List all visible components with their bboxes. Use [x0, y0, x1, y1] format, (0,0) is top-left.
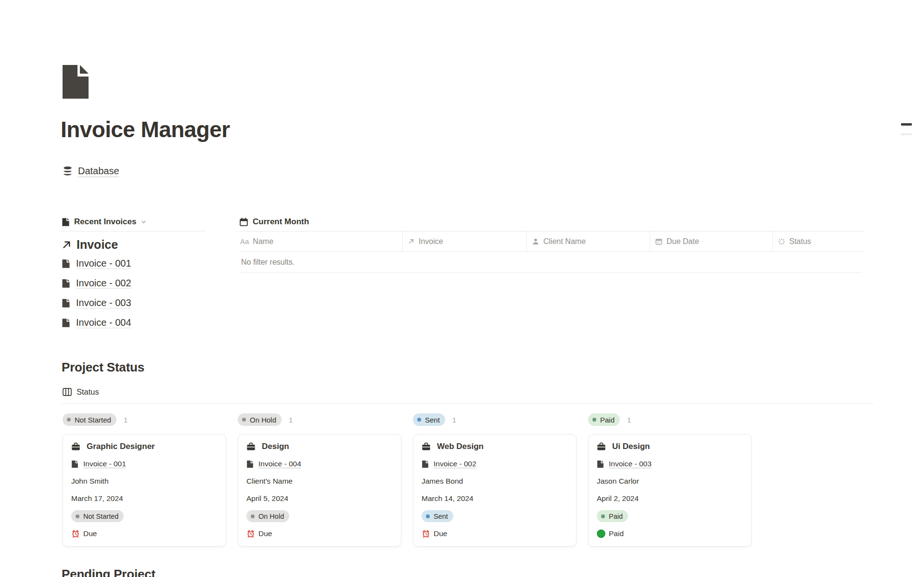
alarm-clock-icon — [422, 529, 430, 538]
divider — [62, 403, 873, 404]
board-column-header[interactable]: On Hold 1 — [238, 413, 401, 426]
project-card[interactable]: Design Invoice - 004 Client's Name April… — [238, 434, 401, 547]
board-column-header[interactable]: Not Started 1 — [63, 413, 226, 426]
column-header-invoice[interactable]: Invoice — [402, 231, 526, 251]
card-title: Ui Design — [612, 442, 650, 451]
page-icon — [71, 460, 78, 468]
briefcase-icon — [422, 442, 431, 451]
calendar-icon — [655, 238, 663, 245]
board-column-paid: Paid 1 Ui Design Invoice - 003 — [588, 413, 752, 547]
column-label: Name — [253, 237, 273, 246]
card-status-row: On Hold — [246, 510, 393, 523]
page-icon — [422, 460, 429, 468]
status-pill[interactable]: Sent — [413, 413, 445, 426]
invoice-list-item[interactable]: Invoice - 001 — [62, 254, 206, 273]
board-column-header[interactable]: Sent 1 — [413, 413, 577, 426]
card-invoice-row[interactable]: Invoice - 001 — [71, 459, 218, 469]
card-client-name: Client's Name — [246, 477, 393, 486]
scroll-indicator — [900, 133, 912, 135]
arrow-north-east-icon — [408, 238, 415, 245]
project-card[interactable]: Graphic Designer Invoice - 001 John Smit… — [63, 434, 226, 547]
status-pill-label: Not Started — [75, 416, 111, 424]
column-label: Due Date — [667, 237, 699, 246]
card-footer-row: Due — [246, 529, 393, 539]
board-column-not-started: Not Started 1 Graphic Designer I — [63, 413, 226, 547]
page-title: Invoice Manager — [61, 116, 230, 142]
status-pill: On Hold — [246, 510, 289, 522]
card-title-row: Web Design — [422, 441, 568, 452]
status-pill: Not Started — [71, 510, 124, 522]
invoice-link-label[interactable]: Invoice - 002 — [76, 278, 131, 289]
invoice-list-item[interactable]: Invoice - 003 — [62, 293, 206, 313]
invoice-link-label[interactable]: Invoice - 004 — [76, 317, 131, 328]
card-title: Graphic Designer — [87, 442, 155, 451]
current-month-view-tab[interactable]: Current Month — [239, 214, 864, 230]
chevron-down-icon[interactable] — [141, 219, 147, 225]
card-invoice-row[interactable]: Invoice - 004 — [246, 459, 393, 469]
status-pill[interactable]: Not Started — [63, 413, 116, 426]
card-invoice-link[interactable]: Invoice - 003 — [609, 460, 652, 468]
status-board-view-tab[interactable]: Status — [63, 384, 99, 399]
database-link-label[interactable]: Database — [78, 166, 119, 177]
page-icon — [246, 460, 254, 468]
card-title: Web Design — [437, 442, 484, 451]
column-header-name[interactable]: Aa Name — [239, 231, 402, 251]
status-dot-icon — [601, 514, 605, 518]
collapse-handle[interactable] — [901, 123, 912, 126]
card-invoice-row[interactable]: Invoice - 003 — [597, 459, 743, 469]
card-due-date: March 14, 2024 — [422, 494, 568, 503]
card-footer-row: Due — [422, 529, 568, 539]
arrow-north-east-icon — [62, 240, 72, 250]
card-client-name: James Bond — [422, 477, 568, 486]
invoice-list-item[interactable]: Invoice - 002 — [62, 273, 206, 293]
card-due-date: April 2, 2024 — [597, 494, 743, 503]
status-pill-label: Not Started — [83, 513, 118, 520]
column-header-client-name[interactable]: Client Name — [526, 231, 650, 251]
board-column-header[interactable]: Paid 1 — [588, 413, 752, 426]
column-count: 1 — [452, 416, 456, 424]
green-circle-icon — [597, 529, 605, 538]
column-header-due-date[interactable]: Due Date — [650, 231, 772, 251]
divider — [62, 231, 206, 231]
status-pill[interactable]: On Hold — [238, 413, 282, 426]
card-title-row: Graphic Designer — [71, 441, 218, 452]
card-invoice-link[interactable]: Invoice - 004 — [258, 460, 301, 468]
invoice-link-label[interactable]: Invoice - 003 — [76, 297, 131, 308]
status-pill-label: On Hold — [258, 513, 284, 520]
status-pill: Sent — [422, 510, 453, 522]
card-invoice-link[interactable]: Invoice - 002 — [434, 460, 476, 468]
text-property-icon: Aa — [240, 237, 249, 245]
invoice-linked-page-heading[interactable]: Invoice — [62, 238, 206, 252]
status-pill[interactable]: Paid — [588, 413, 620, 426]
status-dot-icon — [592, 418, 596, 422]
project-card[interactable]: Ui Design Invoice - 003 Jason Carlor Apr… — [588, 434, 752, 547]
status-pill-label: Paid — [609, 513, 623, 520]
card-invoice-row[interactable]: Invoice - 002 — [422, 459, 568, 469]
invoice-link-label[interactable]: Invoice - 001 — [76, 258, 131, 269]
column-header-status[interactable]: Status — [772, 231, 864, 251]
column-count: 1 — [627, 416, 631, 424]
page-document-icon[interactable] — [62, 64, 90, 100]
card-invoice-link[interactable]: Invoice - 001 — [83, 460, 126, 468]
status-view-label: Status — [77, 387, 99, 397]
status-dot-icon — [76, 514, 79, 518]
project-card[interactable]: Web Design Invoice - 002 James Bond Marc… — [413, 434, 577, 547]
page-icon — [62, 298, 70, 308]
column-count: 1 — [289, 416, 293, 424]
briefcase-icon — [597, 442, 606, 451]
board-column-sent: Sent 1 Web Design Invoice - 002 — [413, 413, 577, 547]
table-empty-state: No filter results. — [239, 252, 861, 273]
card-title: Design — [262, 442, 289, 451]
card-due-date: April 5, 2024 — [246, 494, 393, 503]
invoice-list-item[interactable]: Invoice - 004 — [62, 313, 206, 333]
card-client-name: Jason Carlor — [597, 477, 743, 486]
card-footer-label: Due — [83, 529, 97, 538]
recent-invoices-view-tab[interactable]: Recent Invoices — [62, 214, 206, 230]
status-dot-icon — [251, 514, 255, 518]
status-dot-icon — [242, 418, 246, 422]
column-count: 1 — [124, 416, 128, 424]
database-link[interactable]: Database — [63, 166, 119, 177]
card-title-row: Ui Design — [597, 441, 743, 452]
card-client-name: John Smith — [71, 477, 218, 486]
status-pill: Paid — [597, 510, 628, 522]
